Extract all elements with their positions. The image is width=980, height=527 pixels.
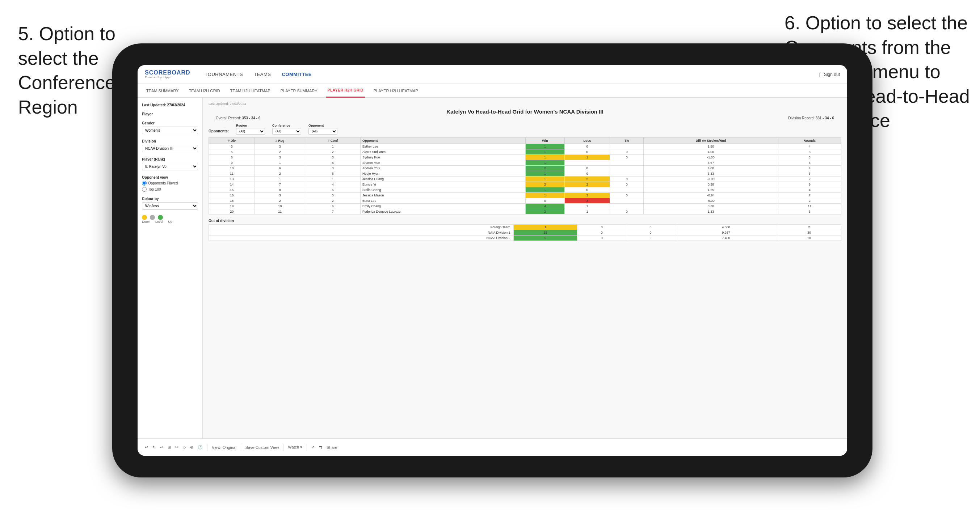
cell-rounds: 4 [778,187,841,193]
gender-section: Gender Women's [142,121,198,134]
toolbar-redo[interactable]: ↻ [153,445,156,449]
cell-conf: 5 [305,193,361,198]
cell-rounds: 4 [778,144,841,149]
toolbar-swap[interactable]: ⇆ [319,445,322,449]
player-label: Player [142,112,198,116]
ood-cell-rounds: 30 [777,230,842,235]
cell-reg: 3 [255,193,305,198]
col-diff: Diff Av Strokes/Rnd [644,138,778,144]
col-div: # Div [209,138,255,144]
cell-loss: 0 [565,187,610,193]
sub-nav-team-summary[interactable]: TEAM SUMMARY [145,84,180,98]
cell-tie: 0 [610,176,644,182]
radio-opponents-played[interactable]: Opponents Played [142,181,198,186]
cell-conf: 4 [305,182,361,187]
player-h2h-table: # Div # Reg # Conf Opponent Win Loss Tie… [208,137,842,214]
cell-reg: 2 [255,198,305,204]
toolbar-grid[interactable]: ⊞ [168,445,171,449]
separator-icon: | [819,72,820,77]
last-updated-label: Last Updated: 27/03/2024 [142,103,198,107]
cell-div: 14 [209,182,255,187]
cell-win: 1 [526,149,565,155]
sub-nav-player-summary[interactable]: PLAYER SUMMARY [279,84,319,98]
ood-cell-win: 5 [513,235,578,241]
colour-by-select[interactable]: Win/loss [142,202,198,210]
logo: SCOREBOARD [145,70,191,76]
grid-area: Last Updated: 27/03/2024 Katelyn Vo Head… [203,98,847,438]
cell-loss: 0 [565,166,610,171]
tablet: SCOREBOARD Powered by clippd TOURNAMENTS… [112,43,872,478]
sub-nav-player-h2h-heatmap[interactable]: PLAYER H2H HEATMAP [372,84,420,98]
region-select[interactable]: (All) [236,128,265,135]
nav-teams[interactable]: TEAMS [254,71,271,77]
toolbar-undo[interactable]: ↩ [145,445,148,449]
cell-opponent: Federica Domecq Lacroze [361,209,526,214]
cell-diff: 1.50 [644,144,778,149]
toolbar-save-custom[interactable]: Save Custom View [245,445,279,449]
ood-cell-loss: 0 [578,230,626,235]
cell-conf: 4 [305,160,361,166]
cell-conf: 3 [305,166,361,171]
cell-rounds: 9 [778,182,841,187]
ood-table-row: NCAA Division 2 5 0 0 7.400 10 [209,235,842,241]
cell-conf: 7 [305,209,361,214]
cell-tie [610,187,644,193]
toolbar-cut[interactable]: ✂ [175,445,178,449]
toolbar-sep-3 [283,444,283,451]
toolbar-watch[interactable]: Watch ▾ [288,445,302,449]
cell-reg: 2 [255,149,305,155]
cell-diff: 0.30 [644,204,778,209]
gender-label: Gender [142,121,198,125]
bottom-toolbar: ↩ ↻ ↩ ⊞ ✂ ◇ ⊕ 🕐 View: Original Save Cust… [138,438,847,456]
cell-tie [610,204,644,209]
sub-nav: TEAM SUMMARY TEAM H2H GRID TEAM H2H HEAT… [138,84,847,98]
cell-win: 1 [526,187,565,193]
cell-win: 2 [526,166,565,171]
conference-select[interactable]: (All) [272,128,301,135]
cell-win: 1 [526,155,565,160]
toolbar-diamond[interactable]: ◇ [183,445,186,449]
toolbar-back[interactable]: ↩ [160,445,163,449]
sub-nav-player-h2h-grid[interactable]: PLAYER H2H GRID [326,84,365,98]
radio-top100[interactable]: Top 100 [142,187,198,192]
ood-cell-rounds: 10 [777,235,842,241]
sub-nav-team-h2h-heatmap[interactable]: TEAM H2H HEATMAP [229,84,272,98]
cell-tie [610,166,644,171]
sub-nav-team-h2h-grid[interactable]: TEAM H2H GRID [188,84,221,98]
toolbar-add[interactable]: ⊕ [190,445,193,449]
col-loss: Loss [565,138,610,144]
division-select[interactable]: NCAA Division III [142,145,198,152]
toolbar-share[interactable]: Share [326,445,337,449]
gender-select[interactable]: Women's [142,127,198,134]
ood-cell-opponent: Foreign Team [209,225,514,230]
toolbar-sep-4 [307,444,307,451]
sign-out-link[interactable]: Sign out [824,72,840,77]
cell-reg: 1 [255,160,305,166]
toolbar-export[interactable]: ↗ [311,445,315,449]
nav-committee[interactable]: COMMITTEE [282,71,312,77]
cell-loss: 2 [565,176,610,182]
table-row: 16 3 5 Jessica Mason 1 2 0 -0.94 7 [209,193,842,198]
cell-win: 1 [526,144,565,149]
cell-rounds: 2 [778,176,841,182]
cell-tie [610,144,644,149]
toolbar-time[interactable]: 🕐 [198,445,203,449]
opponent-select[interactable]: (All) [309,128,337,135]
cell-rounds: 3 [778,160,841,166]
cell-rounds: 3 [778,149,841,155]
cell-div: 5 [209,149,255,155]
col-reg: # Reg [255,138,305,144]
ood-cell-win: 15 [513,230,578,235]
nav-tournaments[interactable]: TOURNAMENTS [205,71,243,77]
cell-diff: -1.00 [644,155,778,160]
cell-div: 16 [209,193,255,198]
toolbar-view-original[interactable]: View: Original [212,445,236,449]
cell-win: 2 [526,209,565,214]
player-rank-select[interactable]: 8. Katelyn Vo [142,163,198,170]
last-updated-section: Last Updated: 27/03/2024 [142,103,198,107]
cell-win: 1 [526,171,565,176]
logo-area: SCOREBOARD Powered by clippd [145,70,191,79]
player-rank-label: Player (Rank) [142,157,198,161]
col-opponent: Opponent [361,138,526,144]
ood-cell-opponent: NAIA Division 1 [209,230,514,235]
